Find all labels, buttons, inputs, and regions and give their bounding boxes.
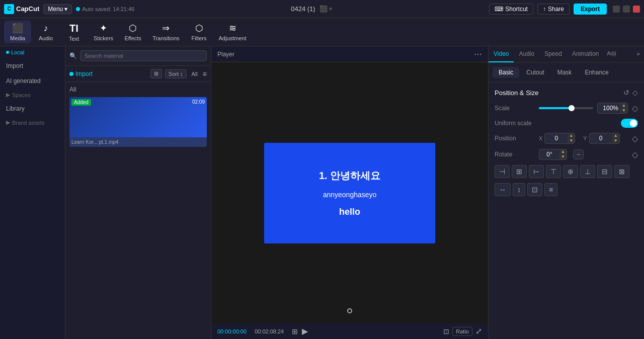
flip-v-button[interactable]: ↕ <box>513 183 525 196</box>
export-button[interactable]: Export <box>574 4 607 15</box>
x-down-button[interactable]: ▼ <box>568 138 575 143</box>
align-row-1: ⊣ ⊞ ⊢ ⊤ ⊕ ⊥ ⊟ ⊠ <box>495 165 638 178</box>
y-up-button[interactable]: ▲ <box>612 133 619 138</box>
media-duration: 02:09 <box>192 99 205 105</box>
media-name: Learn Kor... pt.1.mp4 <box>69 137 207 147</box>
media-toolbar: Import ⊞ Sort ↕ All ≡ <box>65 66 211 82</box>
ratio-button[interactable]: Ratio <box>452 327 472 336</box>
filter-button[interactable]: ≡ <box>203 70 207 78</box>
close-button[interactable] <box>633 6 640 13</box>
tab-animation[interactable]: Animation <box>567 46 604 62</box>
align-center-h-button[interactable]: ⊞ <box>512 165 527 178</box>
share-button[interactable]: ↑ Share <box>537 4 570 15</box>
sidebar-local[interactable]: Local <box>0 46 65 58</box>
position-label: Position <box>495 135 535 142</box>
right-panel: Video Audio Speed Animation Adji » Basic… <box>488 46 644 339</box>
menu-button[interactable]: Menu ▾ <box>43 4 72 14</box>
position-keyframe-button[interactable]: ◇ <box>632 134 638 143</box>
subtab-enhance[interactable]: Enhance <box>579 67 614 78</box>
reset-icon[interactable]: ↺ <box>623 89 629 97</box>
tool-filters[interactable]: ⬡ Filters <box>186 21 213 43</box>
rotate-up-button[interactable]: ▲ <box>559 149 567 154</box>
position-x-stepper: ▲ ▼ <box>568 133 575 143</box>
tool-transitions[interactable]: ⇒ Transitions <box>147 21 184 43</box>
align-bottom-button[interactable]: ⊥ <box>580 165 595 178</box>
subtab-basic[interactable]: Basic <box>493 67 519 78</box>
tool-stickers[interactable]: ✦ Stickers <box>89 21 118 43</box>
rotate-input[interactable] <box>539 150 559 159</box>
scale-slider[interactable] <box>539 107 593 109</box>
shortcut-button[interactable]: ⌨ Shortcut <box>489 4 533 15</box>
tool-audio[interactable]: ♪ Audio <box>32 21 59 43</box>
scale-up-button[interactable]: ▲ <box>620 103 627 108</box>
fullscreen-button[interactable]: ⤢ <box>475 326 482 336</box>
position-x-input-wrap: ▲ ▼ <box>544 133 575 144</box>
uniform-scale-toggle[interactable] <box>621 119 638 128</box>
video-line-2: annyeonghaseyo <box>323 191 377 199</box>
align-right-button[interactable]: ⊢ <box>529 165 544 178</box>
player-controls: 00:00:00:00 00:02:08:24 ⊞ ▶ ⊡ Ratio ⤢ <box>211 323 488 339</box>
align-col-button[interactable]: ⊟ <box>597 165 612 178</box>
tab-speed[interactable]: Speed <box>539 46 567 62</box>
player-menu-icon[interactable]: ⋯ <box>474 49 482 59</box>
position-size-title: Position & Size <box>495 89 538 97</box>
align-top-button[interactable]: ⊤ <box>546 165 561 178</box>
scale-row: Scale ▲ ▼ ◇ <box>495 103 638 114</box>
position-y-input[interactable] <box>590 134 612 143</box>
rotate-keyframe-button[interactable]: ◇ <box>632 150 638 159</box>
more-tabs-icon[interactable]: » <box>632 46 644 62</box>
scale-input[interactable] <box>598 104 620 113</box>
sidebar-local-label: Local <box>11 49 24 55</box>
sidebar-spaces[interactable]: ▶ Spaces <box>0 89 65 101</box>
diamond-icon[interactable]: ◇ <box>632 89 638 97</box>
position-y-field: Y ▲ ▼ <box>583 133 619 144</box>
rotate-minus-button[interactable]: − <box>573 149 584 159</box>
grid-view-button[interactable]: ⊞ <box>292 327 298 335</box>
search-input[interactable] <box>80 50 207 61</box>
subtab-cutout[interactable]: Cutout <box>520 67 550 78</box>
distribute-h-button[interactable]: ⊡ <box>527 183 542 196</box>
autosave-dot <box>76 7 80 11</box>
share-label: Share <box>548 6 564 13</box>
tool-effects[interactable]: ⬡ Effects <box>119 21 146 43</box>
tab-video[interactable]: Video <box>489 46 514 62</box>
fit-to-screen-button[interactable]: ⊡ <box>443 327 449 335</box>
maximize-button[interactable] <box>623 6 630 13</box>
align-center-v-button[interactable]: ⊕ <box>563 165 578 178</box>
all-filter-button[interactable]: All <box>190 70 200 78</box>
y-down-button[interactable]: ▼ <box>612 138 619 143</box>
scale-keyframe-button[interactable]: ◇ <box>632 104 638 113</box>
flip-h-button[interactable]: ↔ <box>495 183 511 196</box>
tab-audio[interactable]: Audio <box>514 46 539 62</box>
import-button[interactable]: Import <box>69 70 93 77</box>
tool-adjustment[interactable]: ≋ Adjustment <box>214 21 252 43</box>
list-item[interactable]: Added 02:09 Learn Kor... pt.1.mp4 <box>69 97 207 147</box>
uniform-scale-label: Uniform scale <box>495 120 535 127</box>
tool-text[interactable]: TI Text <box>60 21 88 44</box>
tab-adjustment[interactable]: Adji <box>604 46 619 62</box>
position-y-stepper: ▲ ▼ <box>612 133 619 143</box>
align-left-button[interactable]: ⊣ <box>495 165 510 178</box>
play-button[interactable]: ▶ <box>302 326 308 336</box>
media-grid: Added 02:09 Learn Kor... pt.1.mp4 <box>69 97 207 147</box>
sidebar-import[interactable]: Import <box>0 58 65 73</box>
minimize-button[interactable] <box>613 6 620 13</box>
tool-media[interactable]: ⬛ Media <box>4 21 31 43</box>
sidebar-ai-generated[interactable]: AI generated <box>0 73 65 89</box>
position-x-input[interactable] <box>545 134 568 143</box>
distribute-v-button[interactable]: ≡ <box>544 183 557 196</box>
sidebar-brand-assets[interactable]: ▶ Brand assets <box>0 116 65 129</box>
position-y-input-wrap: ▲ ▼ <box>589 133 620 144</box>
sidebar-library[interactable]: Library <box>0 101 65 116</box>
scale-down-button[interactable]: ▼ <box>620 108 627 113</box>
video-line-3: hello <box>339 207 360 217</box>
align-row-button[interactable]: ⊠ <box>614 165 629 178</box>
rotate-down-button[interactable]: ▼ <box>559 154 567 159</box>
rotate-input-wrap: ▲ ▼ <box>539 149 567 160</box>
sort-button[interactable]: Sort ↕ <box>165 69 187 78</box>
view-toggle-button[interactable]: ⊞ <box>150 69 162 78</box>
playhead-indicator <box>347 308 352 313</box>
rotate-row: Rotate ▲ ▼ − ◇ <box>495 149 638 160</box>
subtab-mask[interactable]: Mask <box>551 67 578 78</box>
x-up-button[interactable]: ▲ <box>568 133 575 138</box>
